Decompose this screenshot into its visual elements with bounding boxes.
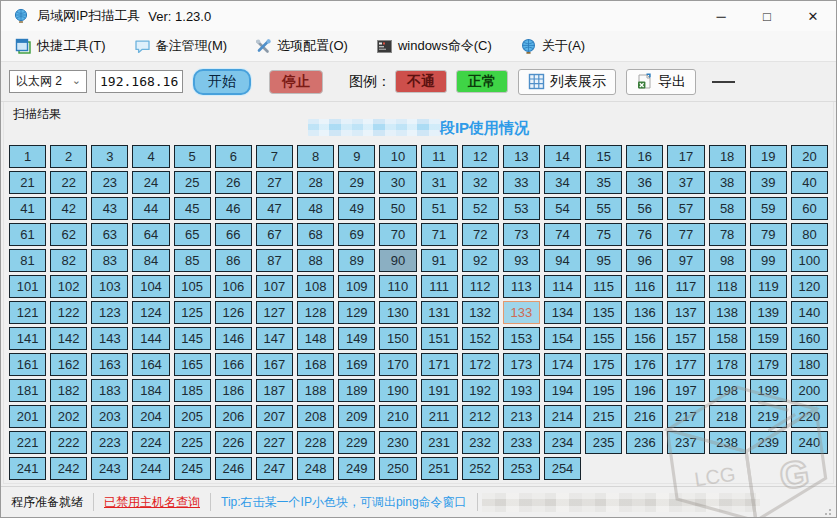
ip-cell-79[interactable]: 79 (750, 223, 787, 246)
ip-cell-247[interactable]: 247 (256, 457, 293, 480)
ip-cell-96[interactable]: 96 (626, 249, 663, 272)
ip-cell-41[interactable]: 41 (9, 197, 46, 220)
ip-cell-49[interactable]: 49 (338, 197, 375, 220)
ip-cell-61[interactable]: 61 (9, 223, 46, 246)
ip-cell-20[interactable]: 20 (791, 145, 828, 168)
ip-cell-204[interactable]: 204 (132, 405, 169, 428)
ip-cell-223[interactable]: 223 (91, 431, 128, 454)
ip-cell-142[interactable]: 142 (50, 327, 87, 350)
ip-cell-134[interactable]: 134 (544, 301, 581, 324)
ip-cell-45[interactable]: 45 (174, 197, 211, 220)
ip-cell-161[interactable]: 161 (9, 353, 46, 376)
ip-cell-200[interactable]: 200 (791, 379, 828, 402)
ip-cell-118[interactable]: 118 (709, 275, 746, 298)
ip-cell-42[interactable]: 42 (50, 197, 87, 220)
ip-cell-8[interactable]: 8 (297, 145, 334, 168)
ip-cell-9[interactable]: 9 (338, 145, 375, 168)
ip-cell-237[interactable]: 237 (667, 431, 704, 454)
ip-cell-136[interactable]: 136 (626, 301, 663, 324)
ip-cell-250[interactable]: 250 (379, 457, 416, 480)
ip-cell-29[interactable]: 29 (338, 171, 375, 194)
ip-cell-84[interactable]: 84 (132, 249, 169, 272)
ip-cell-110[interactable]: 110 (379, 275, 416, 298)
ip-cell-135[interactable]: 135 (585, 301, 622, 324)
ip-cell-178[interactable]: 178 (709, 353, 746, 376)
ip-cell-28[interactable]: 28 (297, 171, 334, 194)
ip-cell-50[interactable]: 50 (379, 197, 416, 220)
ip-cell-25[interactable]: 25 (174, 171, 211, 194)
ip-cell-146[interactable]: 146 (215, 327, 252, 350)
ip-cell-122[interactable]: 122 (50, 301, 87, 324)
ip-cell-230[interactable]: 230 (379, 431, 416, 454)
ip-cell-115[interactable]: 115 (585, 275, 622, 298)
ip-cell-182[interactable]: 182 (50, 379, 87, 402)
ip-cell-74[interactable]: 74 (544, 223, 581, 246)
ip-cell-107[interactable]: 107 (256, 275, 293, 298)
ip-cell-157[interactable]: 157 (667, 327, 704, 350)
resize-grip[interactable] (820, 501, 836, 517)
ip-cell-5[interactable]: 5 (174, 145, 211, 168)
ip-cell-254[interactable]: 254 (544, 457, 581, 480)
ip-cell-236[interactable]: 236 (626, 431, 663, 454)
ip-cell-71[interactable]: 71 (421, 223, 458, 246)
ip-cell-21[interactable]: 21 (9, 171, 46, 194)
ip-cell-203[interactable]: 203 (91, 405, 128, 428)
ip-cell-144[interactable]: 144 (132, 327, 169, 350)
ip-cell-210[interactable]: 210 (379, 405, 416, 428)
ip-cell-166[interactable]: 166 (215, 353, 252, 376)
ip-cell-168[interactable]: 168 (297, 353, 334, 376)
ip-cell-63[interactable]: 63 (91, 223, 128, 246)
ip-cell-3[interactable]: 3 (91, 145, 128, 168)
ip-cell-94[interactable]: 94 (544, 249, 581, 272)
ip-cell-44[interactable]: 44 (132, 197, 169, 220)
ip-cell-193[interactable]: 193 (503, 379, 540, 402)
ip-cell-47[interactable]: 47 (256, 197, 293, 220)
ip-cell-138[interactable]: 138 (709, 301, 746, 324)
ip-cell-211[interactable]: 211 (421, 405, 458, 428)
ip-cell-124[interactable]: 124 (132, 301, 169, 324)
ip-cell-140[interactable]: 140 (791, 301, 828, 324)
ip-cell-241[interactable]: 241 (9, 457, 46, 480)
ip-cell-60[interactable]: 60 (791, 197, 828, 220)
ip-cell-77[interactable]: 77 (667, 223, 704, 246)
ip-cell-149[interactable]: 149 (338, 327, 375, 350)
ip-cell-220[interactable]: 220 (791, 405, 828, 428)
ip-cell-119[interactable]: 119 (750, 275, 787, 298)
ip-cell-55[interactable]: 55 (585, 197, 622, 220)
ip-cell-67[interactable]: 67 (256, 223, 293, 246)
ip-cell-12[interactable]: 12 (462, 145, 499, 168)
ip-cell-111[interactable]: 111 (421, 275, 458, 298)
ip-cell-209[interactable]: 209 (338, 405, 375, 428)
ip-cell-148[interactable]: 148 (297, 327, 334, 350)
ip-cell-86[interactable]: 86 (215, 249, 252, 272)
ip-cell-239[interactable]: 239 (750, 431, 787, 454)
ip-cell-19[interactable]: 19 (750, 145, 787, 168)
ip-cell-131[interactable]: 131 (421, 301, 458, 324)
ip-cell-90[interactable]: 90 (379, 249, 416, 272)
ip-cell-201[interactable]: 201 (9, 405, 46, 428)
ip-cell-88[interactable]: 88 (297, 249, 334, 272)
ip-cell-150[interactable]: 150 (379, 327, 416, 350)
ip-cell-215[interactable]: 215 (585, 405, 622, 428)
ip-cell-180[interactable]: 180 (791, 353, 828, 376)
ip-cell-229[interactable]: 229 (338, 431, 375, 454)
ip-cell-27[interactable]: 27 (256, 171, 293, 194)
ip-cell-132[interactable]: 132 (462, 301, 499, 324)
ip-cell-66[interactable]: 66 (215, 223, 252, 246)
ip-cell-175[interactable]: 175 (585, 353, 622, 376)
ip-cell-216[interactable]: 216 (626, 405, 663, 428)
ip-cell-78[interactable]: 78 (709, 223, 746, 246)
ip-cell-151[interactable]: 151 (421, 327, 458, 350)
ip-cell-191[interactable]: 191 (421, 379, 458, 402)
ip-cell-238[interactable]: 238 (709, 431, 746, 454)
ip-cell-198[interactable]: 198 (709, 379, 746, 402)
ip-cell-130[interactable]: 130 (379, 301, 416, 324)
ip-cell-205[interactable]: 205 (174, 405, 211, 428)
ip-cell-207[interactable]: 207 (256, 405, 293, 428)
ip-cell-6[interactable]: 6 (215, 145, 252, 168)
ip-cell-58[interactable]: 58 (709, 197, 746, 220)
ip-cell-186[interactable]: 186 (215, 379, 252, 402)
ip-cell-69[interactable]: 69 (338, 223, 375, 246)
ip-cell-104[interactable]: 104 (132, 275, 169, 298)
ip-cell-36[interactable]: 36 (626, 171, 663, 194)
